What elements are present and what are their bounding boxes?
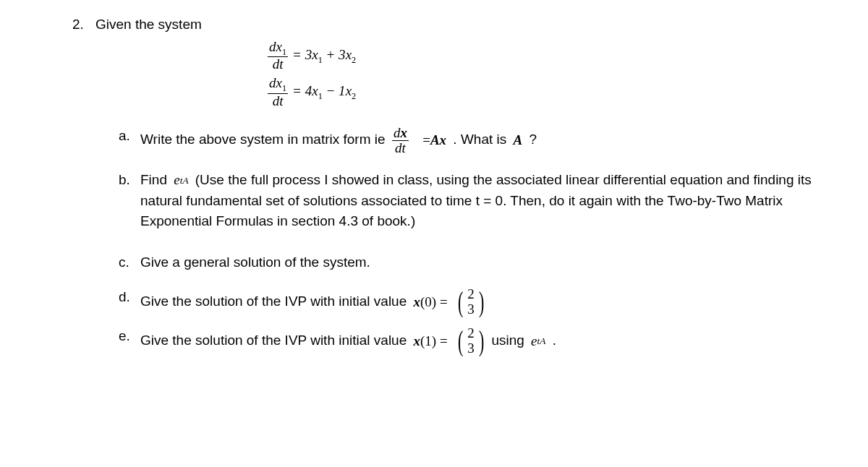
- subparts: a. Write the above system in matrix form…: [119, 126, 839, 356]
- problem-intro: Given the system: [95, 14, 202, 35]
- part-e-text1: Give the solution of the IVP with initia…: [140, 333, 411, 348]
- eq2-num-sub: 1: [282, 83, 286, 93]
- part-e: e. Give the solution of the IVP with ini…: [119, 326, 839, 356]
- part-a-q: ?: [529, 132, 537, 147]
- eq2-lhs-frac: dx1 dt: [268, 76, 288, 108]
- part-d-arg: (0) =: [420, 292, 448, 313]
- part-a-eqsign: =: [422, 130, 430, 151]
- part-a-text1: Write the above system in matrix form ie: [140, 132, 389, 147]
- part-b-body: Find etA (Use the full process I showed …: [140, 170, 839, 232]
- part-e-x: x: [414, 331, 421, 352]
- eq1-num-sub: 1: [282, 46, 286, 56]
- part-d-x0: x(0) =: [414, 292, 448, 313]
- eq1-lhs-frac: dx1 dt: [268, 40, 288, 72]
- page: 2. Given the system dx1 dt = 3x1 + 3x2 d…: [0, 0, 868, 385]
- part-b: b. Find etA (Use the full process I show…: [119, 170, 839, 232]
- eq2-rhs: = 4x1 − 1x2: [292, 81, 356, 103]
- part-d-body: Give the solution of the IVP with initia…: [140, 287, 839, 317]
- eq1-x1: x: [312, 47, 318, 62]
- system-equations: dx1 dt = 3x1 + 3x2 dx1 dt = 4x1 − 1x2: [268, 40, 839, 108]
- eq2-num-dx: dx: [269, 75, 282, 90]
- right-paren-icon: ): [479, 327, 484, 356]
- problem-heading: 2. Given the system: [72, 14, 839, 35]
- part-a-Ax: Ax: [430, 130, 446, 151]
- equation-1: dx1 dt = 3x1 + 3x2: [268, 40, 839, 72]
- part-a-frac-den: dt: [393, 141, 407, 155]
- part-a-label: a.: [119, 126, 140, 147]
- part-d-x: x: [414, 292, 421, 313]
- part-a: a. Write the above system in matrix form…: [119, 126, 839, 155]
- part-e-etA: etA: [531, 331, 545, 352]
- eq1-x2: x: [346, 47, 352, 62]
- part-d-v2: 3: [467, 302, 475, 317]
- eq1-rhs: = 3x1 + 3x2: [292, 45, 356, 67]
- part-d-text1: Give the solution of the IVP with initia…: [140, 294, 411, 309]
- part-b-e: e: [174, 170, 179, 191]
- part-c-label: c.: [119, 252, 140, 273]
- right-paren-icon: ): [479, 288, 484, 317]
- eq2-den: dt: [271, 94, 285, 108]
- left-paren-icon: (: [458, 288, 463, 317]
- eq1-num-dx: dx: [269, 39, 282, 54]
- part-a-frac-x: x: [400, 125, 407, 140]
- part-a-text2: . What is: [453, 132, 510, 147]
- part-a-A: A: [514, 130, 523, 151]
- part-b-label: b.: [119, 170, 140, 191]
- part-b-text2: (Use the full process I showed in class,…: [140, 172, 812, 229]
- eq1-den: dt: [271, 57, 285, 72]
- part-c: c. Give a general solution of the system…: [119, 252, 839, 273]
- part-d-label: d.: [119, 287, 140, 308]
- part-d: d. Give the solution of the IVP with ini…: [119, 287, 839, 317]
- eq2-x1: x: [312, 83, 318, 98]
- eq1-s2: 2: [352, 54, 356, 64]
- part-e-vector: ( 2 3 ): [456, 326, 486, 356]
- part-b-text1: Find: [140, 172, 171, 187]
- eq2-s2: 2: [352, 91, 356, 101]
- part-e-x1: x(1) =: [414, 331, 448, 352]
- eq2-minus: − 1: [323, 83, 346, 98]
- eq2-x2: x: [346, 83, 352, 98]
- part-e-label: e.: [119, 326, 140, 347]
- part-e-v1: 2: [467, 326, 475, 341]
- eq1-plus: + 3: [323, 47, 346, 62]
- part-e-v2: 3: [467, 341, 475, 356]
- part-a-body: Write the above system in matrix form ie…: [140, 126, 839, 155]
- part-a-frac-d: d: [393, 125, 401, 140]
- part-c-body: Give a general solution of the system.: [140, 252, 839, 273]
- part-b-etA: etA: [174, 170, 188, 191]
- part-d-v1: 2: [467, 287, 475, 302]
- part-d-vector: ( 2 3 ): [456, 287, 486, 317]
- part-a-frac: dx dt: [392, 126, 413, 155]
- eq2-coef1: = 4: [292, 83, 312, 98]
- equation-2: dx1 dt = 4x1 − 1x2: [268, 76, 839, 108]
- eq1-coef1: = 3: [292, 47, 312, 62]
- part-e-arg: (1) =: [420, 331, 448, 352]
- part-b-exp: tA: [180, 173, 189, 188]
- part-e-exp: tA: [537, 334, 546, 348]
- left-paren-icon: (: [458, 327, 463, 356]
- part-e-text2: using: [491, 333, 528, 348]
- part-e-e: e: [531, 331, 537, 352]
- part-e-body: Give the solution of the IVP with initia…: [140, 326, 839, 356]
- part-e-period: .: [553, 333, 556, 348]
- part-a-eq: = Ax: [422, 130, 446, 151]
- problem-number: 2.: [72, 14, 95, 35]
